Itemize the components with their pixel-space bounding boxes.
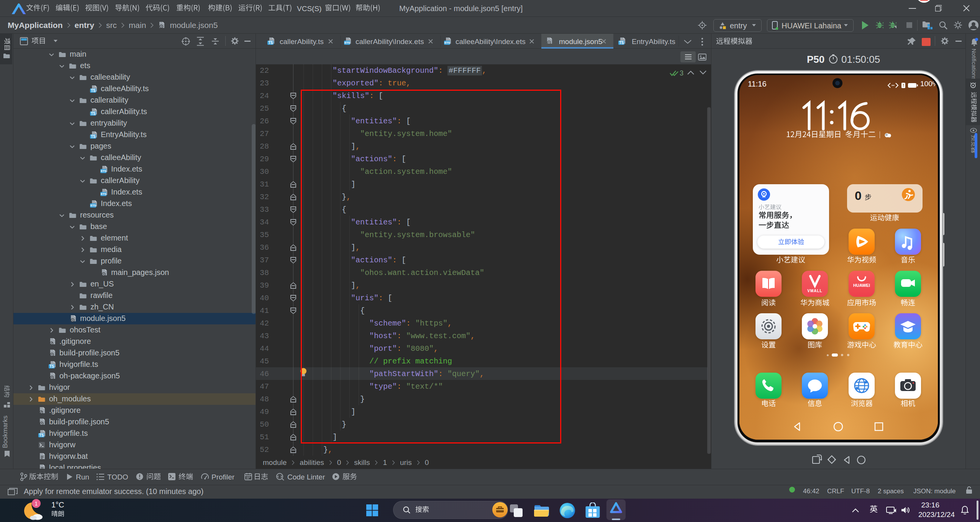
svg-text:VMALL: VMALL <box>807 289 822 293</box>
svg-text:!: ! <box>903 83 904 88</box>
svg-text:HUAWEI: HUAWEI <box>853 283 870 288</box>
